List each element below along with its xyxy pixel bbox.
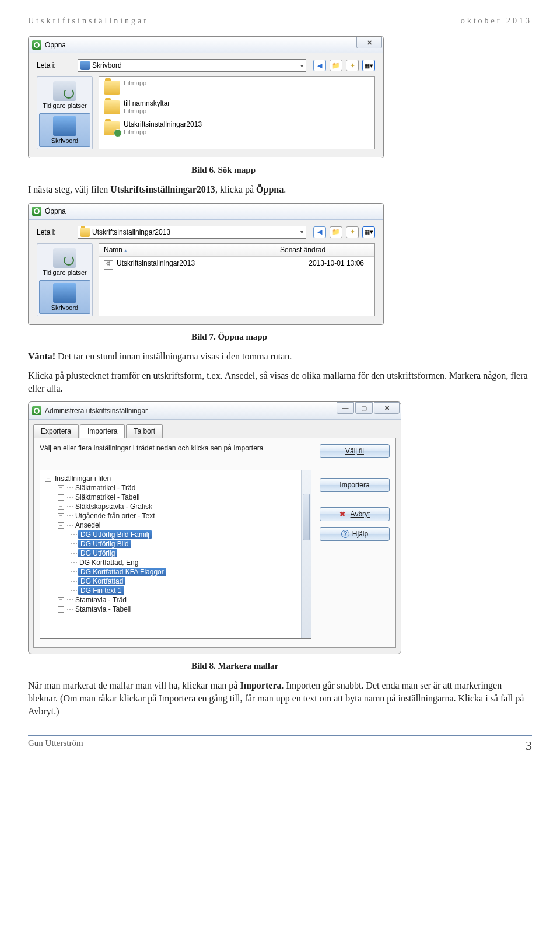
file-date: 2013-10-01 13:06	[309, 259, 370, 267]
tree-leaf-selected[interactable]: DG Fin text 1	[78, 586, 124, 595]
footer-page-number: 3	[526, 738, 532, 753]
select-file-button[interactable]: Välj fil	[320, 444, 390, 458]
list-item[interactable]: Utskriftsinstallningar2013 2013-10-01 13…	[99, 257, 374, 272]
tree-leaf-selected[interactable]: DG Utförlig Bild Familj	[78, 530, 152, 539]
folder-icon	[104, 81, 120, 95]
tab-bar: Exportera Importera Ta bort	[29, 420, 401, 438]
expand-icon[interactable]: +	[58, 513, 64, 519]
file-listing[interactable]: Namn ▴ Senast ändrad Utskriftsinstallnin…	[99, 243, 375, 316]
col-name[interactable]: Namn ▴	[99, 244, 275, 256]
place-label: Skrivbord	[51, 137, 78, 144]
chevron-down-icon: ▾	[300, 229, 303, 235]
maximize-icon[interactable]: ▢	[355, 402, 373, 414]
import-instruction: Välj en eller flera inställningar i träd…	[40, 444, 312, 452]
para-3: Klicka på plustecknet framför en utskrif…	[28, 369, 532, 394]
close-icon[interactable]: ✕	[374, 402, 400, 414]
column-headers[interactable]: Namn ▴ Senast ändrad	[99, 244, 374, 257]
expand-icon[interactable]: +	[58, 606, 64, 613]
new-folder-icon[interactable]: ✦	[346, 226, 359, 238]
dialog1-title: Öppna	[45, 41, 66, 49]
doc-header: Utskriftsinställningar oktober 2013	[28, 16, 532, 26]
tree-leaf-selected[interactable]: DG Kortfattad KFA Flaggor	[78, 568, 166, 576]
caption-3: Bild 8. Markera mallar	[191, 661, 532, 671]
look-in-label: Leta i:	[37, 61, 78, 69]
view-menu-icon[interactable]: ▦▾	[362, 60, 375, 71]
tree-container: −Inställningar i filen +⋯Släktmatrikel -…	[40, 470, 312, 639]
admin-title-text: Administrera utskriftsinställningar	[45, 407, 148, 415]
tab-import[interactable]: Importera	[80, 424, 125, 438]
new-folder-icon[interactable]: ✦	[346, 60, 359, 71]
expand-icon[interactable]: +	[58, 504, 64, 510]
desktop-icon	[53, 283, 76, 303]
places-recent[interactable]: Tidigare platser	[39, 79, 90, 111]
caption-1: Bild 6. Sök mapp	[191, 165, 532, 175]
para-2: Vänta! Det tar en stund innan inställnin…	[28, 350, 532, 363]
figure-open-folder: Öppna ✕ Leta i: Skrivbord ▾ ◀ 📁	[28, 36, 532, 158]
history-icon	[53, 81, 76, 101]
look-in-row: Leta i: Skrivbord ▾ ◀ 📁 ✦ ▦▾	[37, 59, 375, 72]
app-icon	[32, 406, 41, 415]
look-in-row: Leta i: Utskriftsinstallningar2013 ▾ ◀ 📁…	[37, 226, 375, 239]
file-name: Utskriftsinstallningar2013	[124, 120, 202, 128]
up-folder-icon[interactable]: 📁	[330, 60, 342, 71]
tree-leaf-selected[interactable]: DG Utförlig	[78, 549, 117, 557]
file-listing[interactable]: Filmapp till namnskyltar Filmapp	[99, 76, 375, 149]
tab-panel-import: Välj en eller flera inställningar i träd…	[33, 438, 396, 648]
places-pane: Tidigare platser Skrivbord	[37, 243, 93, 316]
places-desktop[interactable]: Skrivbord	[39, 113, 90, 147]
list-item[interactable]: till namnskyltar Filmapp	[99, 97, 374, 118]
look-in-combo[interactable]: Skrivbord ▾	[78, 59, 306, 72]
settings-tree[interactable]: −Inställningar i filen +⋯Släktmatrikel -…	[40, 470, 301, 638]
folder-icon	[80, 228, 90, 237]
figure-open-file: Öppna Leta i: Utskriftsinstallningar2013…	[28, 203, 532, 325]
side-buttons: Välj fil Importera Avbryt Hjälp	[320, 444, 390, 641]
look-in-value: Utskriftsinstallningar2013	[92, 228, 170, 236]
back-icon[interactable]: ◀	[313, 60, 326, 71]
view-menu-icon[interactable]: ▦▾	[362, 226, 375, 238]
place-label: Skrivbord	[51, 304, 78, 311]
collapse-icon[interactable]: −	[58, 522, 64, 529]
tab-delete[interactable]: Ta bort	[126, 424, 163, 438]
scrollbar-thumb[interactable]	[303, 494, 310, 540]
folder-icon	[104, 100, 120, 114]
minimize-icon[interactable]: —	[337, 402, 354, 414]
collapse-icon[interactable]: −	[45, 476, 51, 482]
settings-file-icon	[104, 260, 113, 270]
page-footer: Gun Utterström 3	[28, 735, 532, 753]
cancel-button[interactable]: Avbryt	[320, 507, 390, 521]
expand-icon[interactable]: +	[58, 597, 64, 603]
look-in-label: Leta i:	[37, 228, 78, 236]
tree-leaf-selected[interactable]: DG Utförlig Bild	[78, 540, 131, 548]
up-folder-icon[interactable]: 📁	[330, 226, 342, 238]
dialog2-titlebar: Öppna	[29, 204, 383, 220]
help-button[interactable]: Hjälp	[320, 527, 390, 541]
app-icon	[32, 40, 41, 50]
import-button[interactable]: Importera	[320, 478, 390, 492]
figure-admin-window: Administrera utskriftsinställningar — ▢ …	[28, 401, 532, 654]
open-dialog-2: Öppna Leta i: Utskriftsinstallningar2013…	[28, 203, 384, 325]
look-in-value: Skrivbord	[92, 61, 122, 69]
admin-window: Administrera utskriftsinställningar — ▢ …	[28, 401, 401, 654]
places-recent[interactable]: Tidigare platser	[39, 246, 90, 278]
chevron-down-icon: ▾	[300, 62, 303, 69]
close-icon[interactable]: ✕	[356, 37, 382, 48]
open-dialog-1: Öppna ✕ Leta i: Skrivbord ▾ ◀ 📁	[28, 36, 384, 158]
folder-icon	[104, 121, 120, 135]
places-desktop[interactable]: Skrivbord	[39, 280, 90, 314]
list-item[interactable]: Filmapp	[99, 77, 374, 97]
expand-icon[interactable]: +	[58, 494, 64, 501]
look-in-combo[interactable]: Utskriftsinstallningar2013 ▾	[78, 226, 306, 239]
list-item[interactable]: Utskriftsinstallningar2013 Filmapp	[99, 118, 374, 139]
tree-leaf-selected[interactable]: DG Kortfattad	[78, 577, 125, 585]
place-label: Tidigare platser	[43, 269, 86, 276]
footer-author: Gun Utterström	[28, 738, 83, 753]
col-modified[interactable]: Senast ändrad	[275, 244, 374, 256]
file-sub: Filmapp	[124, 79, 146, 87]
tree-leaf[interactable]: DG Kortfattad, Eng	[79, 558, 138, 567]
scrollbar[interactable]	[301, 470, 311, 638]
para-1: I nästa steg, välj filen Utskriftsinstäl…	[28, 183, 532, 196]
back-icon[interactable]: ◀	[313, 226, 326, 238]
file-name: Utskriftsinstallningar2013	[117, 259, 195, 267]
tab-export[interactable]: Exportera	[33, 424, 79, 438]
expand-icon[interactable]: +	[58, 485, 64, 491]
